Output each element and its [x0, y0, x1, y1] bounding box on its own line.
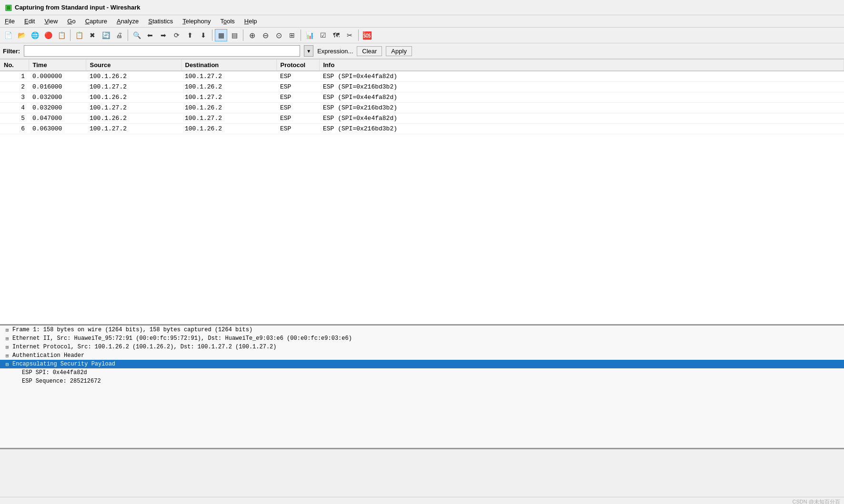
cell-no: 5 — [0, 113, 29, 124]
cell-time: 0.047000 — [29, 113, 86, 124]
cell-protocol: ESP — [276, 92, 319, 103]
find-packet-button[interactable]: 📋 — [73, 29, 85, 41]
menu-edit[interactable]: Edit — [20, 16, 40, 26]
col-no: No. — [0, 59, 29, 71]
new-button[interactable]: 📄 — [2, 29, 14, 41]
cell-time: 0.032000 — [29, 92, 86, 103]
help-icon-button[interactable]: 🆘 — [361, 29, 373, 41]
menu-view[interactable]: View — [40, 16, 62, 26]
table-row[interactable]: 3 0.032000 100.1.26.2 100.1.27.2 ESP ESP… — [0, 92, 844, 103]
detail-row[interactable]: ⊞ Ethernet II, Src: HuaweiTe_95:72:91 (0… — [0, 334, 844, 343]
menu-bar: File Edit View Go Capture Analyze Statis… — [0, 15, 844, 28]
last-packet-button[interactable]: ⬇ — [197, 29, 210, 41]
stop-button[interactable]: ✖ — [86, 29, 99, 41]
cell-info: ESP (SPI=0x216bd3b2) — [319, 124, 844, 134]
cell-time: 0.032000 — [29, 103, 86, 113]
cell-protocol: ESP — [276, 71, 319, 82]
menu-tools[interactable]: Tools — [216, 16, 240, 26]
cell-info: ESP (SPI=0x4e4fa82d) — [319, 113, 844, 124]
detail-text: Authentication Header — [12, 352, 84, 359]
capture-options-button[interactable]: 🔴 — [42, 29, 54, 41]
table-row[interactable]: 5 0.047000 100.1.26.2 100.1.27.2 ESP ESP… — [0, 113, 844, 124]
forward-button[interactable]: ➡ — [157, 29, 170, 41]
tools-button[interactable]: ✂ — [343, 29, 356, 41]
open-button[interactable]: 📂 — [15, 29, 28, 41]
packet-details-area[interactable]: ⊞ Frame 1: 158 bytes on wire (1264 bits)… — [0, 326, 844, 449]
color-2-button[interactable]: ▤ — [228, 29, 241, 41]
goto-button[interactable]: ⟳ — [171, 29, 183, 41]
detail-row[interactable]: ⊞ Internet Protocol, Src: 100.1.26.2 (10… — [0, 343, 844, 351]
packet-list-area[interactable]: No. Time Source Destination Protocol Inf… — [0, 59, 844, 326]
check-button[interactable]: ☑ — [317, 29, 329, 41]
detail-row[interactable]: ⊞ Frame 1: 158 bytes on wire (1264 bits)… — [0, 326, 844, 334]
io-graph-button[interactable]: 📊 — [303, 29, 316, 41]
cell-source: 100.1.26.2 — [86, 113, 181, 124]
capture-interfaces-button[interactable]: 📋 — [55, 29, 68, 41]
close-button[interactable]: 🌐 — [29, 29, 41, 41]
zoom-out-button[interactable]: ⊖ — [259, 29, 271, 41]
detail-expand-icon: ⊞ — [4, 344, 10, 350]
menu-analyze[interactable]: Analyze — [112, 16, 143, 26]
reload-button[interactable]: 🔄 — [100, 29, 112, 41]
expression-button[interactable]: Expression... — [317, 48, 353, 55]
cell-destination: 100.1.26.2 — [181, 82, 276, 92]
clear-button[interactable]: Clear — [357, 46, 382, 56]
toolbar-sep-2 — [128, 30, 128, 41]
detail-row[interactable]: ESP Sequence: 285212672 — [0, 377, 844, 385]
table-row[interactable]: 2 0.016000 100.1.27.2 100.1.26.2 ESP ESP… — [0, 82, 844, 92]
cell-no: 2 — [0, 82, 29, 92]
toolbar-sep-5 — [301, 30, 301, 41]
app-icon: ▣ — [5, 3, 12, 12]
detail-text: Encapsulating Security Payload — [12, 361, 115, 367]
packet-table: No. Time Source Destination Protocol Inf… — [0, 59, 844, 134]
cell-source: 100.1.26.2 — [86, 71, 181, 82]
detail-row[interactable]: ESP SPI: 0x4e4fa82d — [0, 368, 844, 377]
cell-time: 0.000000 — [29, 71, 86, 82]
back-button[interactable]: ⬅ — [144, 29, 156, 41]
cell-time: 0.016000 — [29, 82, 86, 92]
menu-help[interactable]: Help — [240, 16, 262, 26]
detail-expand-icon: ⊞ — [4, 353, 10, 359]
menu-capture[interactable]: Capture — [80, 16, 112, 26]
cell-no: 3 — [0, 92, 29, 103]
print-button[interactable]: 🖨 — [113, 29, 125, 41]
cell-source: 100.1.27.2 — [86, 103, 181, 113]
title-bar: ▣ Capturing from Standard input - Wiresh… — [0, 0, 844, 15]
cell-source: 100.1.27.2 — [86, 82, 181, 92]
table-row[interactable]: 4 0.032000 100.1.27.2 100.1.26.2 ESP ESP… — [0, 103, 844, 113]
cell-protocol: ESP — [276, 82, 319, 92]
cell-destination: 100.1.27.2 — [181, 113, 276, 124]
detail-row[interactable]: ⊟ Encapsulating Security Payload — [0, 360, 844, 368]
menu-file[interactable]: File — [0, 16, 20, 26]
find-button[interactable]: 🔍 — [131, 29, 143, 41]
menu-telephony[interactable]: Telephony — [178, 16, 215, 26]
menu-statistics[interactable]: Statistics — [143, 16, 178, 26]
zoom-in-button[interactable]: ⊕ — [246, 29, 258, 41]
menu-go[interactable]: Go — [62, 16, 80, 26]
resize-columns-button[interactable]: ⊞ — [286, 29, 298, 41]
detail-text: ESP SPI: 0x4e4fa82d — [22, 369, 87, 376]
filter-dropdown-button[interactable]: ▼ — [304, 45, 313, 57]
toolbar-sep-3 — [212, 30, 212, 41]
main-content: No. Time Source Destination Protocol Inf… — [0, 59, 844, 497]
filter-label: Filter: — [3, 48, 20, 55]
cell-info: ESP (SPI=0x216bd3b2) — [319, 103, 844, 113]
cell-info: ESP (SPI=0x216bd3b2) — [319, 82, 844, 92]
filter-input[interactable] — [24, 45, 300, 57]
table-row[interactable]: 1 0.000000 100.1.26.2 100.1.27.2 ESP ESP… — [0, 71, 844, 82]
first-packet-button[interactable]: ⬆ — [184, 29, 196, 41]
cell-time: 0.063000 — [29, 124, 86, 134]
detail-row[interactable]: ⊞ Authentication Header — [0, 351, 844, 360]
cell-info: ESP (SPI=0x4e4fa82d) — [319, 92, 844, 103]
cell-no: 6 — [0, 124, 29, 134]
detail-text: Frame 1: 158 bytes on wire (1264 bits), … — [12, 326, 252, 333]
table-row[interactable]: 6 0.063000 100.1.27.2 100.1.26.2 ESP ESP… — [0, 124, 844, 134]
zoom-100-button[interactable]: ⊙ — [272, 29, 285, 41]
cell-protocol: ESP — [276, 113, 319, 124]
col-source: Source — [86, 59, 181, 71]
detail-expand-icon: ⊞ — [4, 336, 10, 342]
color-1-button[interactable]: ▦ — [215, 29, 227, 41]
cell-destination: 100.1.27.2 — [181, 92, 276, 103]
expert-info-button[interactable]: 🗺 — [330, 29, 342, 41]
apply-button[interactable]: Apply — [386, 46, 412, 56]
